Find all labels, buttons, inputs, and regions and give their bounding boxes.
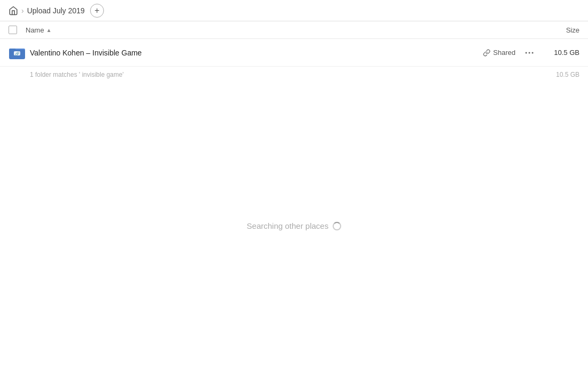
svg-text:🔗: 🔗	[15, 51, 20, 55]
searching-label: Searching other places	[247, 221, 328, 230]
folder-icon-wrapper: 🔗	[9, 46, 26, 60]
summary-size: 10.5 GB	[537, 71, 579, 78]
breadcrumb-separator: ›	[21, 6, 24, 15]
more-dots-icon	[525, 52, 534, 54]
shared-badge: Shared	[483, 49, 515, 57]
checkbox[interactable]	[9, 26, 17, 34]
summary-row: 1 folder matches ' invisible game' 10.5 …	[0, 67, 588, 83]
searching-section: Searching other places	[0, 221, 588, 230]
svg-point-5	[532, 52, 534, 53]
more-options-button[interactable]	[522, 45, 537, 60]
size-column-header: Size	[537, 26, 579, 34]
svg-point-4	[529, 52, 530, 53]
file-name: Valentino Kohen – Invisible Game	[26, 49, 483, 57]
name-column-header[interactable]: Name ▲	[26, 26, 537, 34]
file-list-item[interactable]: 🔗 Valentino Kohen – Invisible Game Share…	[0, 39, 588, 67]
name-column-label: Name	[26, 26, 44, 34]
add-button[interactable]: +	[90, 4, 104, 18]
breadcrumb-title: Upload July 2019	[27, 6, 85, 15]
file-metadata: Shared	[483, 45, 537, 60]
link-icon	[483, 49, 490, 57]
home-button[interactable]	[9, 6, 18, 15]
select-all-checkbox[interactable]	[9, 26, 26, 34]
header: › Upload July 2019 +	[0, 0, 588, 21]
summary-text: 1 folder matches ' invisible game'	[30, 71, 124, 78]
column-headers: Name ▲ Size	[0, 21, 588, 39]
shared-label: Shared	[493, 49, 515, 57]
folder-link-icon: 🔗	[9, 46, 25, 60]
loading-spinner	[333, 222, 341, 230]
svg-point-3	[526, 52, 527, 53]
sort-arrow-icon: ▲	[46, 27, 52, 33]
file-size: 10.5 GB	[537, 49, 579, 57]
